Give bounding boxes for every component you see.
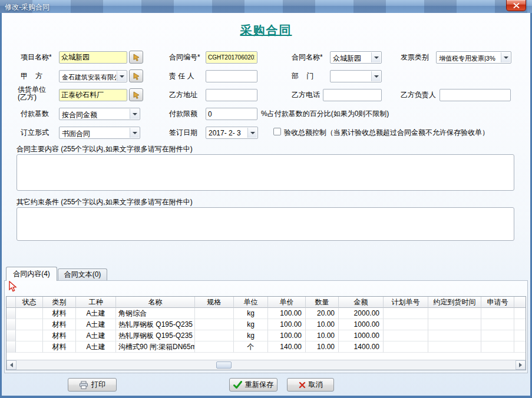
party-a-select[interactable]: 金石建筑安装有限公	[59, 70, 127, 82]
grid-cell[interactable]: 热轧厚钢板 Q195-Q235 2	[116, 319, 195, 330]
grid-cell[interactable]: 材料	[43, 330, 76, 341]
dropdown-arrow-button[interactable]	[501, 52, 510, 62]
grid-cell[interactable]: 沟槽式90 闸:渠箱DN65mm	[116, 341, 195, 353]
invoice-type-select[interactable]: 增值税专用发票|3%	[436, 51, 511, 64]
grid-header-cell[interactable]: 名称	[116, 297, 195, 308]
grid-cell[interactable]: 材料	[43, 319, 76, 330]
grid-header-cell[interactable]: 工种	[76, 297, 116, 308]
grid-rowheader-cell[interactable]	[6, 308, 16, 319]
sign-date-picker[interactable]: 2017- 2- 3	[206, 127, 258, 139]
grid-cell[interactable]: kg	[234, 330, 268, 341]
grid-cell[interactable]: A土建	[76, 330, 116, 341]
grid-header-cell[interactable]: 规格	[195, 297, 234, 308]
grid-cell[interactable]: A土建	[76, 341, 116, 353]
grid-cell[interactable]: 100.00	[268, 319, 306, 330]
table-row[interactable]: 材料A土建热轧厚钢板 Q195-Q235 2kg100.0010.001000.…	[6, 319, 526, 330]
b-address-input[interactable]	[206, 89, 257, 101]
scrollbar-thumb[interactable]	[216, 361, 232, 369]
tab-contract-text[interactable]: 合同文本(0)	[58, 268, 107, 280]
grid-cell[interactable]	[195, 330, 234, 341]
tab-contract-content[interactable]: 合同内容(4)	[6, 267, 57, 281]
dropdown-arrow-button[interactable]	[371, 71, 381, 81]
grid-rowheader-cell[interactable]	[6, 341, 16, 353]
horizontal-scrollbar[interactable]	[6, 360, 526, 370]
grid-cell[interactable]	[481, 319, 514, 330]
grid-rowheader-cell[interactable]	[6, 330, 16, 341]
grid-cell[interactable]	[384, 341, 428, 353]
dropdown-arrow-button[interactable]	[130, 128, 139, 138]
grid-rowheader-cell[interactable]	[6, 319, 16, 330]
grid-cell[interactable]: 20.00	[306, 308, 339, 319]
main-content-textarea[interactable]	[16, 154, 514, 191]
grid-header-cell[interactable]: 单价	[268, 297, 306, 308]
print-button[interactable]: 打印	[68, 378, 117, 392]
save-button[interactable]: 重新保存	[229, 378, 277, 392]
table-row[interactable]: 材料A土建角钢综合kg100.0020.002000.00	[6, 308, 526, 319]
grid-cell[interactable]: 140.00	[268, 341, 306, 353]
grid-cell[interactable]	[428, 341, 481, 353]
grid-cell[interactable]	[16, 330, 43, 341]
duty-person-input[interactable]	[206, 70, 257, 82]
grid-header-cell[interactable]: 数量	[306, 297, 339, 308]
contract-no-input[interactable]	[206, 51, 257, 64]
b-manager-input[interactable]	[440, 89, 511, 101]
grid-cell[interactable]: 个	[234, 341, 268, 353]
grid-cell[interactable]	[481, 308, 514, 319]
dropdown-arrow-button[interactable]	[371, 52, 381, 62]
close-button[interactable]	[506, 0, 526, 11]
grid-header-cell[interactable]: 计划单号	[384, 297, 428, 308]
contract-form-select[interactable]: 书面合同	[59, 127, 140, 139]
grid-cell[interactable]	[195, 319, 234, 330]
acceptance-total-checkbox[interactable]	[273, 128, 281, 135]
grid-cell[interactable]: 材料	[43, 341, 76, 353]
grid-header-cell[interactable]: 单位	[234, 297, 268, 308]
cancel-button[interactable]: 取消	[287, 378, 334, 392]
supplier-input[interactable]	[59, 89, 127, 101]
grid-cell[interactable]: 10.00	[306, 319, 339, 330]
grid-cell[interactable]: 1400.00	[339, 341, 384, 353]
table-row[interactable]: 材料A土建热轧厚钢板 Q195-Q235 8kg100.0010.001000.…	[6, 330, 526, 341]
dropdown-arrow-button[interactable]	[117, 71, 126, 81]
grid-cell[interactable]	[195, 341, 234, 353]
grid-cell[interactable]	[384, 330, 428, 341]
dropdown-arrow-button[interactable]	[130, 109, 139, 119]
grid-cell[interactable]: 2000.00	[339, 308, 384, 319]
grid-cell[interactable]: A土建	[76, 319, 116, 330]
acceptance-total-checkbox-label[interactable]: 验收总额控制（当累计验收总额超过合同金额不允许保存验收单）	[284, 128, 489, 137]
b-phone-input[interactable]	[323, 89, 382, 101]
contract-name-select[interactable]: 众城新园	[330, 51, 382, 64]
grid-cell[interactable]	[481, 341, 514, 353]
supplier-lookup-button[interactable]	[129, 88, 143, 101]
grid-cell[interactable]	[16, 319, 43, 330]
grid-cell[interactable]	[481, 330, 514, 341]
grid-cell[interactable]	[428, 308, 481, 319]
grid-cell[interactable]: kg	[234, 319, 268, 330]
grid-cell[interactable]: 100.00	[268, 308, 306, 319]
grid-cell[interactable]: 1000.00	[339, 319, 384, 330]
grid-cell[interactable]	[195, 308, 234, 319]
grid-cell[interactable]	[428, 330, 481, 341]
grid-cell[interactable]	[384, 308, 428, 319]
grid-header-cell[interactable]: 申请号	[481, 297, 514, 308]
grid-cell[interactable]: A土建	[76, 308, 116, 319]
party-a-lookup-button[interactable]	[129, 69, 143, 82]
grid-header-cell[interactable]: 约定到货时间	[428, 297, 481, 308]
titlebar[interactable]: 修改-采购合同	[0, 0, 532, 13]
department-select[interactable]	[330, 70, 382, 82]
grid-cell[interactable]: 100.00	[268, 330, 306, 341]
other-terms-textarea[interactable]	[16, 207, 514, 241]
grid-cell[interactable]	[428, 319, 481, 330]
scroll-left-button[interactable]	[6, 360, 16, 370]
project-name-input[interactable]	[59, 51, 127, 64]
grid-cell[interactable]: 热轧厚钢板 Q195-Q235 8	[116, 330, 195, 341]
pay-base-select[interactable]: 按合同金额	[59, 108, 140, 120]
calendar-dropdown-button[interactable]	[247, 128, 257, 138]
grid-cell[interactable]: 角钢综合	[116, 308, 195, 319]
grid-cell[interactable]: 材料	[43, 308, 76, 319]
grid-header-cell[interactable]: 状态	[16, 297, 43, 308]
project-lookup-button[interactable]	[129, 51, 143, 64]
table-row[interactable]: 材料A土建沟槽式90 闸:渠箱DN65mm个140.0010.001400.00	[6, 341, 526, 353]
grid-header-cell[interactable]: 金额	[339, 297, 384, 308]
grid-cell[interactable]	[16, 341, 43, 353]
grid-cell[interactable]	[16, 308, 43, 319]
